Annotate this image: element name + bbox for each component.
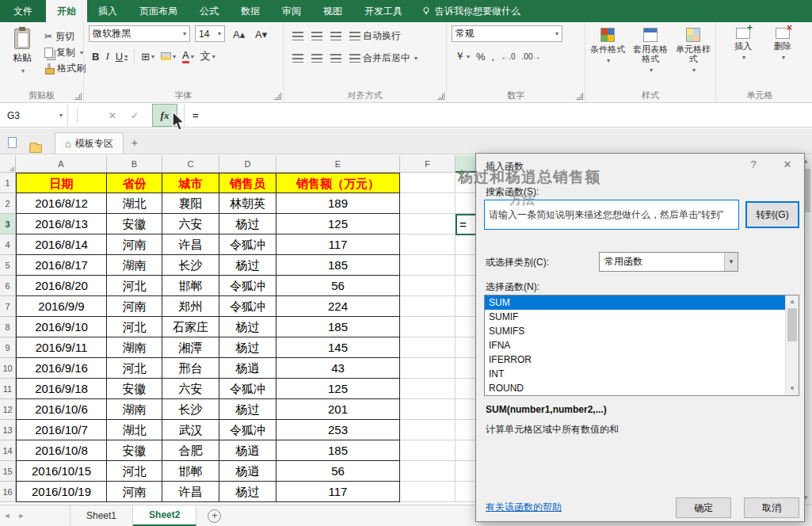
cell-A14[interactable]: 2016/10/8	[16, 440, 107, 461]
ribbon-tab-开始[interactable]: 开始	[46, 0, 87, 22]
cell-C7[interactable]: 郑州	[162, 296, 219, 317]
cell-E1[interactable]: 销售额（万元）	[276, 173, 400, 193]
cell-E11[interactable]: 125	[276, 379, 400, 399]
cell-B15[interactable]: 河北	[107, 461, 162, 482]
align-middle-button[interactable]	[307, 27, 326, 44]
cell-D13[interactable]: 令狐冲	[219, 420, 276, 440]
row-header-13[interactable]: 13	[0, 420, 16, 440]
cell-B12[interactable]: 湖南	[107, 399, 162, 420]
cell-A1[interactable]: 日期	[16, 173, 107, 193]
category-dropdown-icon[interactable]: ▼	[724, 253, 738, 271]
delete-cells-button[interactable]: 删除▾	[762, 25, 803, 87]
cell-E8[interactable]: 185	[276, 317, 400, 337]
cell-D6[interactable]: 令狐冲	[219, 276, 276, 296]
cell-F16[interactable]	[400, 482, 456, 502]
fill-color-dropdown-icon[interactable]: ▾	[173, 53, 176, 60]
cut-button[interactable]: ✂剪切	[41, 29, 89, 44]
phonetic-dropdown-icon[interactable]: ▾	[212, 53, 215, 60]
italic-button[interactable]: I	[102, 48, 112, 65]
ribbon-tab-file[interactable]: 文件	[0, 0, 46, 22]
merge-dropdown-icon[interactable]: ▾	[414, 55, 417, 62]
merge-center-button[interactable]: 合并后居中▾	[345, 49, 421, 67]
function-item-ROUND[interactable]: ROUND	[485, 381, 785, 395]
name-box-dropdown-icon[interactable]: ▾	[59, 112, 63, 119]
row-header-16[interactable]: 16	[0, 482, 16, 502]
dialog-help-icon[interactable]: ?	[739, 154, 768, 175]
row-header-11[interactable]: 11	[0, 379, 16, 399]
cell-B9[interactable]: 湖南	[107, 337, 162, 358]
row-header-10[interactable]: 10	[0, 358, 16, 379]
cell-D9[interactable]: 杨过	[219, 337, 276, 358]
cell-B11[interactable]: 安徽	[107, 379, 162, 399]
name-box[interactable]: G3 ▾	[0, 104, 68, 127]
align-top-button[interactable]	[288, 27, 307, 44]
cell-F11[interactable]	[400, 379, 456, 399]
cell-A15[interactable]: 2016/10/15	[16, 461, 107, 482]
cell-F6[interactable]	[400, 276, 456, 296]
paste-dropdown-icon[interactable]: ▾	[21, 67, 25, 74]
accounting-dropdown-icon[interactable]: ▾	[467, 53, 470, 60]
cell-C12[interactable]: 长沙	[162, 399, 219, 420]
format-table-button[interactable]: 套用表格格式▾	[630, 25, 671, 87]
ribbon-tab-插入[interactable]: 插入	[87, 0, 128, 22]
cell-C15[interactable]: 邯郸	[162, 461, 219, 482]
formula-cancel-button[interactable]: ✕	[101, 104, 124, 127]
list-scrollbar[interactable]: ▲ ▼	[785, 295, 799, 395]
align-left-button[interactable]	[288, 49, 307, 67]
comma-button[interactable]: ,	[489, 48, 498, 65]
list-scroll-up-icon[interactable]: ▲	[786, 295, 799, 308]
cell-F4[interactable]	[400, 234, 456, 255]
ribbon-tab-数据[interactable]: 数据	[230, 0, 271, 22]
cell-A8[interactable]: 2016/9/10	[16, 317, 107, 337]
tell-me-box[interactable]: 告诉我你想要做什么	[421, 0, 520, 22]
cell-A11[interactable]: 2016/9/18	[16, 379, 107, 399]
cell-C4[interactable]: 许昌	[162, 234, 219, 255]
decrease-decimal-button[interactable]: .00→	[519, 48, 544, 65]
cell-F13[interactable]	[400, 420, 456, 440]
align-center-button[interactable]	[307, 49, 326, 67]
go-button[interactable]: 转到(G)	[745, 201, 799, 228]
sheet-tab-Sheet1[interactable]: Sheet1	[70, 505, 133, 526]
cell-A2[interactable]: 2016/8/12	[16, 193, 107, 214]
category-combo[interactable]: 常用函数▼	[599, 252, 738, 272]
cell-E2[interactable]: 189	[276, 193, 400, 214]
add-sheet-button[interactable]: +	[208, 509, 221, 523]
cell-C13[interactable]: 武汉	[162, 420, 219, 440]
cell-C6[interactable]: 邯郸	[162, 276, 219, 296]
cell-F2[interactable]	[400, 193, 456, 214]
cell-A4[interactable]: 2016/8/14	[16, 234, 107, 255]
percent-button[interactable]: %	[473, 48, 489, 65]
cell-B4[interactable]: 河南	[107, 234, 162, 255]
number-format-combo[interactable]: 常规▾	[452, 25, 562, 42]
function-item-INT[interactable]: INT	[485, 367, 785, 381]
formula-enter-button[interactable]: ✓	[124, 104, 146, 127]
cell-F1[interactable]	[400, 173, 456, 193]
cell-B14[interactable]: 安徽	[107, 440, 162, 461]
cell-F9[interactable]	[400, 337, 456, 358]
increase-decimal-button[interactable]: ←.0	[497, 48, 518, 65]
formula-input[interactable]: =	[184, 104, 812, 127]
cell-E14[interactable]: 185	[276, 440, 400, 461]
grow-font-button[interactable]: A▴	[230, 25, 248, 43]
cell-B3[interactable]: 安徽	[107, 214, 162, 234]
font-launcher-icon[interactable]	[274, 93, 281, 100]
bold-button[interactable]: B	[89, 48, 102, 65]
fill-color-button[interactable]: ▾	[158, 48, 179, 65]
cell-D1[interactable]: 销售员	[219, 173, 276, 193]
cell-B10[interactable]: 河北	[107, 358, 162, 379]
cell-C3[interactable]: 六安	[162, 214, 219, 234]
cell-F8[interactable]	[400, 317, 456, 337]
cell-C5[interactable]: 长沙	[162, 255, 219, 276]
ok-button[interactable]: 确定	[676, 497, 731, 518]
cell-C1[interactable]: 城市	[162, 173, 219, 193]
border-button[interactable]: ⊞▾	[138, 48, 158, 65]
cell-F3[interactable]	[400, 214, 456, 234]
column-header-D[interactable]: D	[219, 155, 276, 173]
cell-A5[interactable]: 2016/8/17	[16, 255, 107, 276]
cell-styles-button[interactable]: 单元格样式▾	[673, 25, 714, 87]
ribbon-tab-视图[interactable]: 视图	[312, 0, 353, 22]
cell-D2[interactable]: 林朝英	[219, 193, 276, 214]
cell-D7[interactable]: 令狐冲	[219, 296, 276, 317]
cell-B5[interactable]: 湖南	[107, 255, 162, 276]
row-header-14[interactable]: 14	[0, 440, 16, 461]
